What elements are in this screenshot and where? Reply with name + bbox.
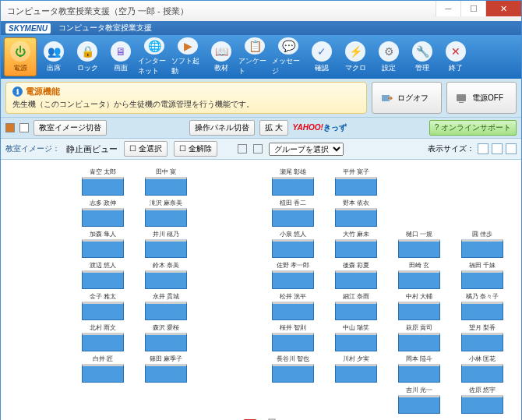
switch-image-button[interactable]: 教室イメージ切替	[34, 120, 107, 136]
seat[interactable]: 田崎 玄	[392, 261, 447, 289]
seat[interactable]: 白井 匠	[75, 355, 130, 383]
seat[interactable]: 小泉 悠人	[265, 230, 320, 258]
seat[interactable]: 篠田 麻季子	[139, 355, 194, 383]
titlebar: コンピュータ教室授業支援（空乃 一郎 - 授業） ─ ☐ ✕	[1, 1, 521, 21]
seat-box	[461, 270, 503, 289]
view-icon-2[interactable]	[253, 144, 263, 154]
seat[interactable]: 滝沢 麻奈美	[139, 199, 194, 227]
yahoo-kids-link[interactable]: YAHOO!きっず	[293, 122, 347, 133]
seat[interactable]: 井川 穂乃	[139, 230, 194, 258]
toolbar-launch-button[interactable]: ▶ソフト起動	[171, 37, 204, 76]
switch-panel-button[interactable]: 操作パネル切替	[189, 120, 255, 136]
toolbar-attendance-button[interactable]: 👥出席	[37, 37, 70, 76]
toolbar-macro-button[interactable]: ⚡マクロ	[339, 37, 372, 76]
seat-name: 長谷川 智也	[277, 355, 309, 363]
seat[interactable]: 渡辺 悠人	[75, 261, 130, 289]
group-select[interactable]: グループを選択	[269, 143, 344, 156]
seat-box	[335, 364, 377, 383]
toolbar-confirm-button[interactable]: ✓確認	[305, 37, 338, 76]
seat[interactable]: 瀬尾 彰雄	[265, 168, 320, 196]
seat[interactable]: 細江 奈雨	[328, 292, 383, 320]
message-icon: 💬	[278, 37, 298, 55]
layout-icon-2[interactable]	[19, 123, 29, 132]
seat[interactable]: 佐原 悠宇	[455, 386, 510, 414]
seat[interactable]: 永井 貫城	[139, 292, 194, 320]
toolbar-exit-button[interactable]: ✕終了	[439, 37, 472, 76]
exit-icon: ✕	[446, 41, 466, 62]
maximize-button[interactable]: ☐	[460, 1, 485, 16]
seat[interactable]: 金子 雅太	[75, 292, 130, 320]
seat-name: 植田 香二	[280, 199, 306, 207]
deselect-all-button[interactable]: ☐ 全解除	[174, 141, 217, 157]
poweroff-button[interactable]: 電源OFF	[446, 82, 517, 114]
online-support-button[interactable]: ? オンラインサポート	[429, 120, 517, 136]
seat[interactable]: 森沢 愛桜	[139, 323, 194, 351]
seat-name: 吉川 光一	[406, 386, 432, 394]
seat-name: 望月 梨香	[469, 323, 496, 332]
seat-name: 永井 貫城	[153, 292, 179, 301]
seat[interactable]: 桜井 智則	[265, 323, 320, 351]
seat[interactable]: 青空 太郎	[75, 168, 130, 196]
view-icon-1[interactable]	[238, 144, 247, 154]
logoff-button[interactable]: ログオフ	[372, 82, 442, 114]
seat-box	[461, 302, 503, 320]
seat[interactable]: 佐野 孝一郎	[265, 261, 320, 289]
seat-box	[82, 364, 124, 383]
toolbar-admin-button[interactable]: 🔧管理	[406, 37, 439, 76]
size-small-button[interactable]	[478, 143, 488, 154]
zoom-button[interactable]: 拡 大	[259, 120, 288, 136]
seat[interactable]: 長谷川 智也	[265, 355, 320, 383]
seat-box	[272, 177, 314, 196]
seat-box	[461, 395, 503, 414]
minimize-button[interactable]: ─	[436, 1, 460, 16]
seat[interactable]: 岡本 陸斗	[392, 355, 447, 383]
size-large-button[interactable]	[506, 143, 517, 154]
seat[interactable]: 平井 寛子	[328, 168, 383, 196]
seat[interactable]: 中山 瑞笑	[328, 323, 383, 351]
seat-name: 渡辺 悠人	[90, 261, 116, 270]
seat[interactable]: 野本 依衣	[328, 199, 383, 227]
seat-box	[82, 177, 124, 196]
seat[interactable]: 望月 梨香	[455, 323, 510, 351]
select-all-button[interactable]: ☐ 全選択	[124, 141, 168, 157]
seat-name: 橘乃 奈々子	[466, 292, 499, 301]
seat[interactable]: 萩原 貢司	[392, 323, 447, 351]
svg-rect-1	[457, 94, 466, 101]
toolbar-message-button[interactable]: 💬メッセージ	[272, 37, 305, 76]
seat-box	[398, 270, 440, 289]
seat[interactable]: 圓 佳歩	[455, 230, 510, 258]
seat[interactable]: 大竹 麻未	[328, 230, 383, 258]
toolbar-screen-button[interactable]: 🖥画面	[104, 37, 137, 76]
seat[interactable]: 植田 香二	[265, 199, 320, 227]
seat[interactable]: 吉川 光一	[392, 386, 447, 414]
close-button[interactable]: ✕	[485, 1, 521, 16]
seat-box	[461, 364, 503, 383]
macro-icon: ⚡	[345, 41, 365, 62]
toolbar-power-button[interactable]: ⏻電源	[4, 37, 37, 76]
seat-name: 白井 匠	[93, 355, 113, 363]
seat[interactable]: 福田 千妹	[455, 261, 510, 289]
toolbar-materials-button[interactable]: 📖教材	[205, 37, 238, 76]
seat[interactable]: 小林 匡花	[455, 355, 510, 383]
seat[interactable]: 志多 政伸	[75, 199, 130, 227]
seat[interactable]: 松井 洸平	[265, 292, 320, 320]
seat-box	[461, 333, 503, 351]
seat[interactable]: 橘乃 奈々子	[455, 292, 510, 320]
toolbar-survey-button[interactable]: 📋アンケート	[238, 37, 271, 76]
seat[interactable]: 鈴木 奈美	[139, 261, 194, 289]
info-balloon: 電源機能 先生機（このコンピュータ）から生徒機の電源管理を行う機能です。	[5, 82, 367, 114]
seat[interactable]: 加森 隼人	[75, 230, 130, 258]
seat-name: 志多 政伸	[90, 199, 116, 207]
seat[interactable]: 樋口 一規	[392, 230, 447, 258]
toolbar-lock-button[interactable]: 🔒ロック	[71, 37, 104, 76]
attendance-icon: 👥	[44, 41, 64, 62]
size-med-button[interactable]	[492, 143, 503, 154]
toolbar-internet-button[interactable]: 🌐インターネット	[138, 37, 171, 76]
seat[interactable]: 川村 夕実	[328, 355, 383, 383]
layout-icon-1[interactable]	[5, 123, 15, 132]
seat[interactable]: 中村 大輔	[392, 292, 447, 320]
seat[interactable]: 北村 雨文	[75, 323, 130, 351]
toolbar-settings-button[interactable]: ⚙設定	[372, 37, 405, 76]
seat[interactable]: 後森 彩夏	[328, 261, 383, 289]
seat[interactable]: 田中 寛	[139, 168, 194, 196]
